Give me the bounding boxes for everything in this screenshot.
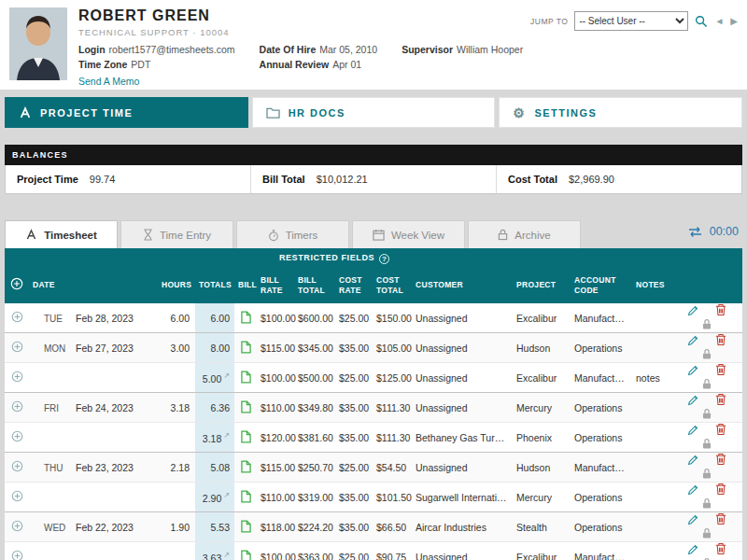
billable-doc-icon[interactable]: [241, 371, 251, 384]
folder-icon: [266, 106, 280, 119]
expand-row-icon[interactable]: [11, 371, 23, 383]
cell-bill-total: $250.70: [294, 453, 335, 483]
billable-doc-icon[interactable]: [241, 460, 251, 473]
cell-cost-rate: $25.00: [335, 363, 373, 393]
subtab-time-entry[interactable]: Time Entry: [120, 220, 233, 248]
cell-cost-total: $150.00: [373, 303, 412, 333]
edit-icon[interactable]: [687, 543, 699, 557]
expand-row-icon[interactable]: [11, 341, 23, 353]
billable-doc-icon[interactable]: [241, 400, 251, 413]
billable-doc-icon[interactable]: [241, 490, 251, 503]
billable-doc-icon[interactable]: [241, 520, 251, 533]
expand-row-icon[interactable]: [11, 311, 23, 323]
cell-bill-rate: $100.00: [257, 363, 294, 393]
cell-actions: [671, 542, 742, 560]
lock-icon[interactable]: [701, 497, 712, 511]
cell-bill: [234, 453, 257, 483]
edit-icon[interactable]: [687, 454, 699, 468]
expand-row-icon[interactable]: [11, 460, 23, 472]
prev-user-icon[interactable]: ◄: [714, 17, 724, 26]
lock-icon[interactable]: [701, 318, 712, 332]
cell-actions: [671, 333, 742, 363]
cell-expand: [5, 303, 29, 333]
timesheet-row: 5.00↗ $100.00 $500.00 $25.00 $125.00 Una…: [5, 363, 742, 393]
cell-totals: 5.08↗: [195, 453, 234, 483]
delete-icon[interactable]: [715, 423, 726, 438]
expand-row-icon[interactable]: [11, 430, 23, 442]
lock-icon[interactable]: [701, 348, 712, 362]
edit-icon[interactable]: [687, 394, 699, 408]
delete-icon[interactable]: [715, 393, 726, 408]
edit-icon[interactable]: [687, 513, 699, 527]
billable-doc-icon[interactable]: [241, 430, 251, 443]
delete-icon[interactable]: [715, 483, 726, 497]
lock-icon[interactable]: [701, 438, 712, 452]
delete-icon[interactable]: [715, 303, 726, 318]
billable-doc-icon[interactable]: [241, 311, 251, 324]
subtab-timesheet[interactable]: Timesheet: [5, 220, 118, 248]
lock-icon[interactable]: [701, 527, 712, 541]
next-user-icon[interactable]: ▶: [730, 17, 738, 26]
timezone-value: PDT: [131, 59, 150, 70]
expand-row-icon[interactable]: [11, 400, 23, 413]
search-icon[interactable]: [695, 15, 708, 28]
cell-notes: [632, 393, 671, 423]
cell-date: [29, 423, 158, 453]
edit-icon[interactable]: [687, 334, 699, 348]
delete-icon[interactable]: [715, 542, 726, 557]
subtab-archive-label: Archive: [514, 230, 550, 241]
tab-hr-docs[interactable]: HR DOCS: [252, 97, 496, 128]
cell-cost-rate: $25.00: [335, 303, 373, 333]
add-entry-icon[interactable]: [10, 277, 23, 290]
lock-icon[interactable]: [701, 378, 712, 392]
delete-icon[interactable]: [715, 453, 726, 468]
tab-project-time[interactable]: PROJECT TIME: [5, 97, 248, 128]
col-header-date: DATE: [29, 268, 158, 303]
lock-icon[interactable]: [701, 408, 712, 422]
cell-hours: [158, 363, 195, 393]
edit-icon[interactable]: [687, 364, 699, 378]
subtab-archive[interactable]: Archive: [468, 220, 581, 248]
cell-bill-rate: $100.00: [257, 303, 294, 333]
expand-row-icon[interactable]: [11, 490, 23, 502]
cell-project: Mercury: [513, 483, 571, 512]
annual-review-row: Annual ReviewApr 01: [260, 59, 378, 70]
edit-icon[interactable]: [687, 483, 699, 497]
cell-customer: Unassigned: [412, 303, 513, 333]
cell-date: [29, 542, 158, 560]
lock-icon[interactable]: [701, 468, 712, 482]
jump-to-select[interactable]: -- Select User --: [574, 11, 688, 31]
cell-bill: [234, 303, 257, 333]
cell-hours: [158, 483, 195, 512]
edit-icon[interactable]: [687, 304, 699, 318]
col-header-hours: HOURS: [158, 268, 195, 303]
subtab-week-view[interactable]: Week View: [352, 220, 465, 248]
cell-project: Phoenix: [513, 423, 571, 453]
expand-row-icon[interactable]: [11, 520, 23, 532]
cell-account-code: Operations: [571, 423, 632, 453]
cell-date: WEDFeb 22, 2023: [29, 512, 158, 542]
delete-icon[interactable]: [715, 512, 726, 527]
subtab-time-entry-label: Time Entry: [160, 230, 211, 241]
avatar: [9, 7, 67, 80]
subtab-timers[interactable]: Timers: [236, 220, 349, 248]
timer-toggle-icon[interactable]: [687, 226, 703, 238]
cell-notes: [632, 512, 671, 542]
billable-doc-icon[interactable]: [241, 550, 251, 560]
timesheet-row: 3.18↗ $120.00 $381.60 $35.00 $111.30 Bet…: [5, 423, 742, 453]
tab-settings[interactable]: ⚙ SETTINGS: [499, 97, 742, 128]
cell-cost-rate: $35.00: [335, 333, 373, 363]
cell-customer: Unassigned: [412, 363, 513, 393]
timesheet-row: TUEFeb 28, 2023 6.00 6.00↗ $100.00 $600.…: [5, 303, 742, 333]
expand-row-icon[interactable]: [11, 550, 23, 560]
send-memo-link[interactable]: Send A Memo: [78, 76, 139, 87]
billable-doc-icon[interactable]: [241, 341, 251, 354]
cell-project: Hudson: [513, 453, 571, 483]
annual-review-value: Apr 01: [332, 59, 361, 70]
cell-expand: [5, 453, 29, 483]
delete-icon[interactable]: [715, 363, 726, 378]
help-icon[interactable]: ?: [379, 254, 389, 264]
cell-actions: [671, 453, 742, 483]
edit-icon[interactable]: [687, 424, 699, 438]
delete-icon[interactable]: [715, 333, 726, 348]
